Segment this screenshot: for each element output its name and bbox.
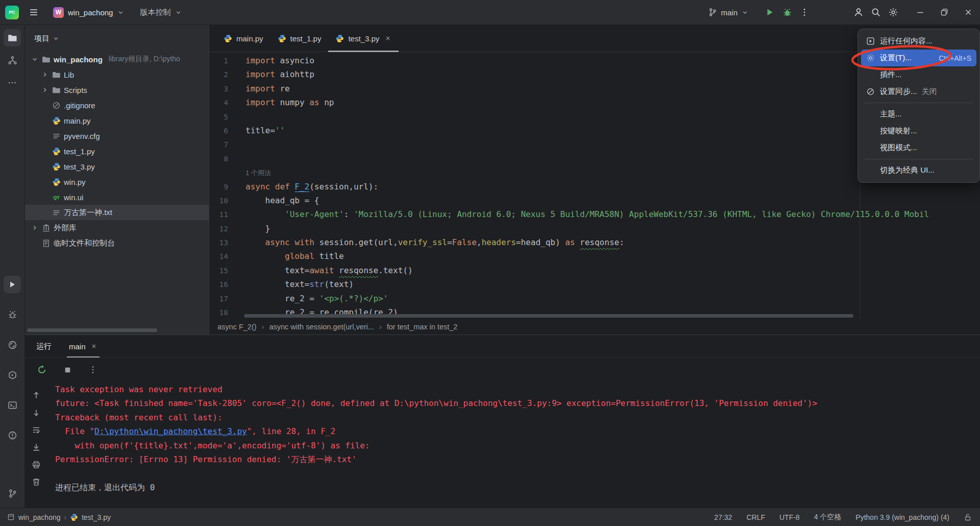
menu-item-label: 插件...	[880, 70, 902, 80]
console-line	[55, 466, 980, 480]
tree-item-win-ui[interactable]: QTwin.ui	[25, 189, 209, 205]
chevron-right-icon[interactable]	[30, 224, 39, 232]
tree-item-test-3-py[interactable]: test_3.py	[25, 159, 209, 174]
tree-item-gitignore[interactable]: .gitignore	[25, 98, 209, 113]
menu-item-settings[interactable]: 设置(T)...Ctrl+Alt+S	[861, 50, 976, 66]
menu-item-classic-ui[interactable]: 切换为经典 UI...	[861, 162, 976, 179]
usages-inlay-hint[interactable]: 1 个用法	[246, 169, 271, 177]
run-tool-button[interactable]	[4, 276, 21, 293]
vcs-widget[interactable]: 版本控制	[135, 5, 187, 20]
tree-item-万古第一神-txt[interactable]: 万古第一神.txt	[25, 205, 209, 220]
line-number: 10	[209, 194, 228, 208]
terminal-tool-button[interactable]	[4, 396, 21, 414]
git-branch-widget[interactable]: main	[703, 5, 754, 19]
more-tools-button[interactable]	[4, 74, 21, 91]
tree-item-外部库[interactable]: 外部库	[25, 220, 209, 235]
run-tab-main[interactable]: main	[67, 335, 100, 357]
scroll-to-end-icon[interactable]	[32, 443, 41, 452]
line-separator[interactable]: CRLF	[746, 513, 765, 521]
project-panel-title: 项目	[34, 34, 50, 43]
statusbar-file[interactable]: test_3.py	[82, 513, 111, 521]
services-tool-button[interactable]	[4, 366, 21, 384]
clear-all-icon[interactable]	[32, 477, 41, 487]
menu-item-settings-sync[interactable]: 设置同步...关闭	[861, 83, 976, 100]
navigate-up-icon[interactable]	[32, 391, 41, 400]
stacktrace-link[interactable]: D:\python\win_pachong\test_3.py	[94, 426, 247, 436]
line-number: 16	[209, 278, 228, 292]
tree-item-pyvenv-cfg[interactable]: pyvenv.cfg	[25, 128, 209, 144]
minimize-button[interactable]	[908, 0, 932, 25]
code-with-me-button[interactable]	[850, 4, 867, 21]
problems-tool-button[interactable]	[4, 426, 21, 444]
menu-item-theme[interactable]: 主题...	[861, 106, 976, 123]
gear-icon	[888, 7, 898, 17]
chevron-spacer	[40, 147, 49, 156]
breadcrumb-item[interactable]: async F_2()	[217, 323, 257, 331]
tree-item-label: win.py	[64, 178, 86, 186]
tab-close-icon[interactable]	[384, 35, 391, 42]
unlocked-icon[interactable]	[964, 513, 972, 521]
code-text: import numpy as np	[246, 98, 334, 107]
close-button[interactable]	[956, 0, 980, 25]
more-actions-button[interactable]	[796, 4, 813, 21]
line-number: 5	[209, 110, 228, 124]
chevron-right-icon[interactable]	[40, 70, 49, 79]
file-encoding[interactable]: UTF-8	[779, 513, 800, 521]
breadcrumb-item[interactable]: async with session.get(url,veri...	[269, 323, 374, 331]
project-panel-header[interactable]: 项目	[25, 25, 209, 52]
tab-test-1-py[interactable]: test_1.py	[271, 25, 329, 52]
python-packages-tool-button[interactable]	[4, 336, 21, 353]
tree-item-win-pachong[interactable]: win_pachonglibrary根目录, D:\pytho	[25, 52, 209, 67]
line-number: 17	[209, 292, 228, 306]
debug-tool-button[interactable]	[4, 306, 21, 323]
tree-item-main-py[interactable]: main.py	[25, 113, 209, 128]
tree-item-win-py[interactable]: win.py	[25, 174, 209, 189]
statusbar-project[interactable]: win_pachong	[18, 513, 61, 521]
restore-button[interactable]	[932, 0, 956, 25]
rerun-button[interactable]	[33, 361, 51, 378]
run-panel-title[interactable]: 运行	[36, 335, 52, 357]
git-branch-icon	[708, 8, 717, 17]
editor-hscrollbar[interactable]	[244, 314, 853, 318]
navigate-down-icon[interactable]	[32, 408, 41, 417]
soft-wrap-icon[interactable]	[32, 425, 41, 435]
tree-item-label: Scripts	[64, 86, 87, 94]
chevron-down-icon[interactable]	[30, 55, 39, 64]
print-icon[interactable]	[32, 460, 41, 469]
chevron-right-icon[interactable]	[40, 86, 49, 94]
python-icon	[278, 34, 286, 43]
main-menu-button[interactable]	[25, 4, 42, 21]
run-button[interactable]	[761, 4, 778, 21]
menu-item-view-mode[interactable]: 视图模式...	[861, 139, 976, 156]
caret-position[interactable]: 27:32	[714, 513, 732, 521]
python-interpreter[interactable]: Python 3.9 (win_pachong) (4)	[855, 513, 949, 521]
menu-item-label: 按键映射...	[880, 126, 917, 136]
tree-item-临时文件和控制台[interactable]: 临时文件和控制台	[25, 235, 209, 251]
tab-test-3-py[interactable]: test_3.py	[328, 25, 399, 52]
tab-main-py[interactable]: main.py	[216, 25, 271, 52]
tree-item-scripts[interactable]: Scripts	[25, 82, 209, 98]
menu-item-run-anything[interactable]: 运行任何内容...	[861, 33, 976, 50]
console-output[interactable]: Task exception was never retrievedfuture…	[47, 381, 980, 508]
tree-item-lib[interactable]: Lib	[25, 67, 209, 82]
debug-button[interactable]	[778, 4, 796, 21]
settings-button[interactable]	[885, 4, 902, 21]
menu-item-plugins[interactable]: 插件...	[861, 66, 976, 83]
project-tool-button[interactable]	[4, 29, 21, 46]
console-more-options-button[interactable]	[84, 361, 102, 378]
python-icon	[52, 178, 61, 186]
project-widget[interactable]: W win_pachong	[48, 5, 129, 20]
tree-item-test-1-py[interactable]: test_1.py	[25, 144, 209, 159]
structure-tool-button[interactable]	[4, 52, 21, 69]
branch-name: main	[721, 8, 738, 17]
breadcrumb-item[interactable]: for test_max in test_2	[387, 323, 458, 331]
tool-strip-top	[0, 29, 24, 91]
search-everywhere-button[interactable]	[867, 4, 885, 21]
project-panel-hscrollbar[interactable]	[27, 328, 157, 332]
indent-setting[interactable]: 4 个空格	[814, 513, 842, 522]
line-number: 12	[209, 222, 228, 236]
close-icon[interactable]	[90, 343, 97, 350]
version-control-tool-button[interactable]	[4, 485, 21, 502]
menu-item-keymap[interactable]: 按键映射...	[861, 123, 976, 139]
stop-button[interactable]	[59, 361, 76, 378]
